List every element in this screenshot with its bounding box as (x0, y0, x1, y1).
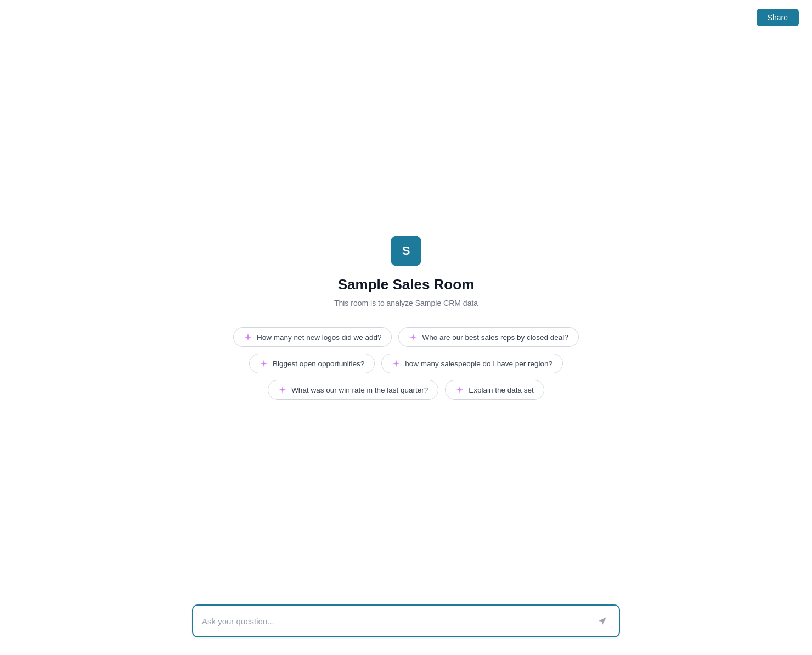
suggestion-pill-2[interactable]: Who are our best sales reps by closed de… (398, 327, 578, 347)
sparkle-icon (244, 333, 252, 342)
suggestion-text-4: how many salespeople do I have per regio… (405, 360, 552, 368)
send-icon (597, 615, 608, 626)
suggestion-text-2: Who are our best sales reps by closed de… (422, 333, 568, 342)
sparkle-icon-3 (260, 359, 268, 368)
app-icon: S (391, 236, 421, 266)
suggestion-pill-6[interactable]: Explain the data set (445, 380, 544, 400)
suggestion-pill-1[interactable]: How many net new logos did we add? (233, 327, 392, 347)
suggestion-pill-5[interactable]: What was our win rate in the last quarte… (268, 380, 438, 400)
suggestion-text-6: Explain the data set (469, 386, 534, 394)
suggestions-row-3: What was our win rate in the last quarte… (268, 380, 544, 400)
chat-input-area (192, 604, 620, 637)
suggestion-pill-4[interactable]: how many salespeople do I have per regio… (381, 354, 563, 373)
suggestions-row-1: How many net new logos did we add? Who a… (233, 327, 579, 347)
suggestion-text-3: Biggest open opportunities? (273, 360, 364, 368)
suggestion-pill-3[interactable]: Biggest open opportunities? (249, 354, 375, 373)
share-button[interactable]: Share (757, 9, 799, 26)
suggestions-row-2: Biggest open opportunities? how many sal… (249, 354, 563, 373)
room-title: Sample Sales Room (338, 276, 475, 293)
suggestion-text-5: What was our win rate in the last quarte… (291, 386, 428, 394)
sparkle-icon-5 (278, 385, 287, 394)
send-button[interactable] (595, 613, 610, 629)
suggestion-text-1: How many net new logos did we add? (257, 333, 381, 342)
main-content: S Sample Sales Room This room is to anal… (0, 35, 812, 600)
sparkle-icon-2 (409, 333, 418, 342)
suggestions-container: How many net new logos did we add? Who a… (233, 327, 579, 400)
sparkle-icon-6 (455, 385, 464, 394)
header: Share (0, 0, 812, 35)
room-subtitle: This room is to analyze Sample CRM data (334, 299, 478, 307)
chat-input[interactable] (202, 617, 595, 626)
input-wrapper (192, 604, 620, 637)
sparkle-icon-4 (392, 359, 401, 368)
